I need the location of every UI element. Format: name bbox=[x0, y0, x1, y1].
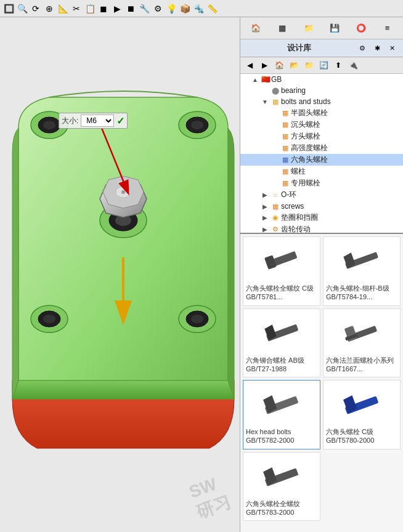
tree-icon-s7: ▦ bbox=[280, 179, 291, 188]
tree-item-gb[interactable]: ▲ 🇨🇳 GB bbox=[240, 74, 403, 85]
panel-circle-icon[interactable]: ⭕ bbox=[354, 21, 368, 36]
grid-item-5[interactable]: Hex head bolts GB/T5782-2000 bbox=[243, 380, 320, 449]
tree-item-screws[interactable]: ▶ ▦ screws bbox=[240, 201, 403, 212]
tree-item-hex-bolt[interactable]: ▦ 六角头螺栓 bbox=[240, 154, 403, 166]
grid-icon-4 bbox=[326, 313, 397, 356]
tree-item-square-bolt[interactable]: ▦ 方头螺栓 bbox=[240, 131, 403, 142]
tree-icon-s2: ▦ bbox=[280, 120, 291, 130]
tree-label-bolts: bolts and studs bbox=[281, 97, 331, 106]
toolbar-icon-7[interactable]: 📋 bbox=[84, 2, 96, 15]
tree-label-s7: 专用螺栓 bbox=[291, 178, 320, 188]
tree-expand-bolts: ▼ bbox=[260, 99, 270, 105]
grid-item-4[interactable]: 六角法兰面螺栓小系列 GB/T1667... bbox=[323, 308, 401, 378]
nav-refresh-icon[interactable]: 🔄 bbox=[317, 58, 330, 72]
grid-item-1[interactable]: 六角头螺栓全螺纹 C级 GB/T5781... bbox=[243, 236, 320, 306]
grid-container: 六角头螺栓全螺纹 C级 GB/T5781... 六角头螺栓-细杆-B级 GB/T… bbox=[243, 236, 401, 521]
tree-area[interactable]: ▲ 🇨🇳 GB ⬤ bearing ▼ ▦ bolts and studs bbox=[240, 74, 403, 234]
nav-up-icon[interactable]: 📂 bbox=[287, 58, 301, 72]
grid-item-2[interactable]: 六角头螺栓-细杆-B级 GB/T5784-19... bbox=[323, 236, 401, 306]
panel-list-icon[interactable]: ≡ bbox=[380, 21, 395, 36]
panel-settings-icon[interactable]: ⚙ bbox=[356, 42, 368, 54]
toolbar-icon-10[interactable]: ⏹ bbox=[124, 2, 137, 15]
toolbar-icon-2[interactable]: 🔍 bbox=[16, 2, 28, 15]
3d-viewport[interactable]: 大小: M6 M4 M5 M8 M10 M12 ✓ SW研习 bbox=[0, 17, 240, 532]
grid-item-3[interactable]: 六角铆合螺栓 AB级 GB/T27-1988 bbox=[243, 308, 320, 378]
tree-item-special-bolt[interactable]: ▦ 专用螺栓 bbox=[240, 177, 403, 189]
nav-back-icon[interactable]: ◀ bbox=[243, 58, 256, 72]
size-select[interactable]: M6 M4 M5 M8 M10 M12 bbox=[81, 115, 114, 127]
tree-label-screws: screws bbox=[281, 202, 304, 211]
tree-label-s3: 方头螺栓 bbox=[291, 131, 320, 142]
main-toolbar: 🔲 🔍 ⟳ ⊕ 📐 ✂ 📋 ◼ ▶ ⏹ 🔧 ⚙ 💡 📦 🔩 📏 bbox=[0, 0, 403, 17]
tree-expand-gb: ▲ bbox=[250, 76, 260, 83]
panel-header-icons: ⚙ ✱ ✕ bbox=[356, 42, 398, 54]
tree-icon-s5: ▦ bbox=[280, 155, 291, 165]
grid-item-7[interactable]: 六角头螺栓全螺纹 GB/T5783-2000 bbox=[243, 452, 320, 522]
tree-item-high-strength-bolt[interactable]: ▦ 高强度螺栓 bbox=[240, 142, 403, 154]
confirm-check-icon[interactable]: ✓ bbox=[116, 115, 124, 127]
toolbar-icon-12[interactable]: ⚙ bbox=[152, 2, 164, 15]
toolbar-icon-6[interactable]: ✂ bbox=[70, 2, 83, 15]
panel-close-icon[interactable]: ✕ bbox=[386, 42, 398, 54]
toolbar-icon-9[interactable]: ▶ bbox=[111, 2, 123, 15]
tree-item-o-ring[interactable]: ▶ ○ O-环 bbox=[240, 189, 403, 201]
grid-area[interactable]: 六角头螺栓全螺纹 C级 GB/T5781... 六角头螺栓-细杆-B级 GB/T… bbox=[240, 234, 403, 532]
design-library-panel: 🏠 ▦ 📁 💾 ⭕ ≡ 设计库 ⚙ ✱ ✕ ◀ ▶ 🏠 bbox=[240, 17, 403, 532]
panel-pin-icon[interactable]: ✱ bbox=[371, 42, 383, 54]
tree-label-s2: 沉头螺栓 bbox=[291, 119, 320, 130]
toolbar-icon-14[interactable]: 📦 bbox=[179, 2, 191, 15]
grid-item-6[interactable]: 六角头螺栓 C级 GB/T5780-2000 bbox=[323, 380, 401, 449]
nav-new-folder-icon[interactable]: 📁 bbox=[302, 58, 315, 72]
panel-folder-icon[interactable]: 📁 bbox=[301, 21, 316, 36]
toolbar-icon-11[interactable]: 🔧 bbox=[138, 2, 150, 15]
tree-label-gear: 齿轮传动 bbox=[281, 224, 311, 234]
tree-icon-s1: ▦ bbox=[280, 108, 291, 118]
tree-item-semicircle-bolt[interactable]: ▦ 半圆头螺栓 bbox=[240, 107, 403, 119]
tree-item-bolts[interactable]: ▼ ▦ bolts and studs bbox=[240, 96, 403, 107]
tree-icon-gb: 🇨🇳 bbox=[260, 75, 271, 84]
grid-icon-6 bbox=[326, 384, 397, 427]
tree-icon-bolts: ▦ bbox=[270, 97, 281, 107]
toolbar-icon-3[interactable]: ⟳ bbox=[30, 2, 42, 15]
tree-expand-gear: ▶ bbox=[260, 226, 270, 233]
tree-item-stud[interactable]: ▦ 螺柱 bbox=[240, 166, 403, 177]
tree-icon-screws: ▦ bbox=[270, 201, 281, 211]
tree-label-gb: GB bbox=[271, 75, 282, 84]
svg-point-12 bbox=[191, 315, 203, 323]
tree-icon-washer: ◉ bbox=[270, 213, 281, 223]
svg-point-6 bbox=[191, 121, 203, 129]
svg-rect-26 bbox=[264, 255, 277, 270]
tree-expand-screws: ▶ bbox=[260, 203, 270, 210]
tree-label-oring: O-环 bbox=[281, 190, 296, 200]
tree-icon-s6: ▦ bbox=[280, 167, 291, 177]
tree-item-bearing[interactable]: ⬤ bearing bbox=[240, 85, 403, 96]
tree-item-gear[interactable]: ▶ ⚙ 齿轮传动 bbox=[240, 224, 403, 234]
toolbar-icon-15[interactable]: 🔩 bbox=[192, 2, 205, 15]
panel-grid-icon[interactable]: ▦ bbox=[275, 21, 290, 36]
panel-home-icon[interactable]: 🏠 bbox=[248, 21, 263, 36]
nav-home-icon[interactable]: 🏠 bbox=[272, 58, 286, 72]
panel-title: 设计库 bbox=[245, 42, 352, 54]
svg-point-9 bbox=[43, 315, 55, 323]
toolbar-icon-4[interactable]: ⊕ bbox=[43, 2, 55, 15]
grid-label-2: 六角头螺栓-细杆-B级 GB/T5784-19... bbox=[326, 284, 397, 302]
tree-label-s1: 半圆头螺栓 bbox=[291, 108, 328, 118]
panel-save-icon[interactable]: 💾 bbox=[327, 21, 342, 36]
tree-item-countersunk-bolt[interactable]: ▦ 沉头螺栓 bbox=[240, 119, 403, 131]
toolbar-icon-8[interactable]: ◼ bbox=[97, 2, 110, 15]
grid-icon-7 bbox=[246, 456, 317, 499]
toolbar-icon-5[interactable]: 📐 bbox=[57, 2, 69, 15]
nav-upload-icon[interactable]: ⬆ bbox=[332, 58, 345, 72]
grid-label-6: 六角头螺栓 C级 GB/T5780-2000 bbox=[326, 427, 397, 445]
grid-icon-1 bbox=[246, 241, 317, 284]
tree-icon-s4: ▦ bbox=[280, 143, 291, 153]
tree-item-washer[interactable]: ▶ ◉ 垫圈和挡圈 bbox=[240, 212, 403, 224]
panel-top-icons: 🏠 ▦ 📁 💾 ⭕ ≡ bbox=[240, 17, 403, 39]
toolbar-icon-13[interactable]: 💡 bbox=[165, 2, 177, 15]
toolbar-icon-16[interactable]: 📏 bbox=[206, 2, 218, 15]
grid-icon-5 bbox=[246, 384, 317, 427]
grid-label-5: Hex head bolts GB/T5782-2000 bbox=[246, 427, 317, 445]
toolbar-icon-1[interactable]: 🔲 bbox=[2, 2, 15, 15]
nav-forward-icon[interactable]: ▶ bbox=[258, 58, 271, 72]
nav-filter-icon[interactable]: 🔌 bbox=[346, 58, 360, 72]
